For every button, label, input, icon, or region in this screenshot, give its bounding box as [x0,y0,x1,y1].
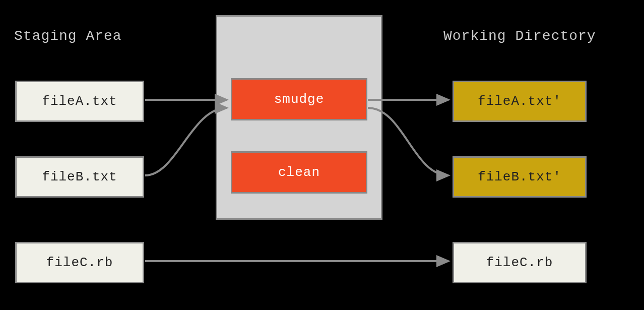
filter-clean: clean [231,151,367,194]
heading-staging: Staging Area [14,28,122,44]
staging-file-a: fileA.txt [15,81,144,122]
arrow-b-to-smudge [145,108,227,175]
heading-working: Working Directory [443,28,596,44]
filter-smudge: smudge [231,78,367,120]
working-file-c: fileC.rb [453,242,587,283]
staging-file-c: fileC.rb [15,242,144,283]
staging-file-b: fileB.txt [15,156,144,198]
working-file-b: fileB.txt' [453,156,587,198]
working-file-a: fileA.txt' [453,81,587,122]
